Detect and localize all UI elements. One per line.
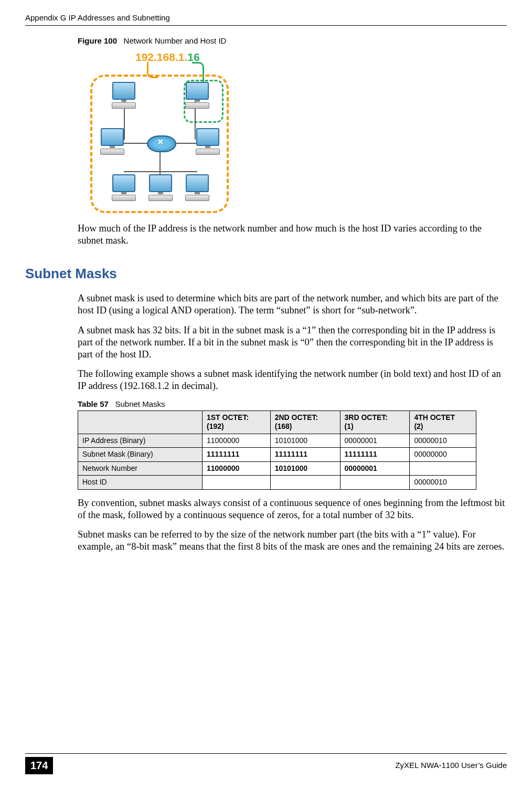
network-boundary (90, 75, 229, 213)
row-header-host: Host ID (78, 476, 203, 490)
figure-caption: Figure 100 Network Number and Host ID (78, 36, 507, 46)
table-cell: 11111111 (270, 448, 340, 462)
table-cell: 10101000 (270, 434, 340, 448)
pc-icon (148, 174, 173, 201)
table-cell: 00000010 (410, 434, 476, 448)
table-header-octet2: 2ND OCTET:(168) (270, 410, 340, 434)
footer-rule (25, 753, 507, 754)
guide-name: ZyXEL NWA-1100 User’s Guide (395, 761, 507, 771)
pc-icon (111, 82, 136, 108)
ip-address-label: 192.168.1.16 (135, 50, 200, 64)
table-cell: 11111111 (203, 448, 271, 462)
table-cell: 11111111 (340, 448, 410, 462)
ip-host-part: 16 (187, 51, 199, 63)
figure-title: Network Number and Host ID (124, 36, 227, 45)
pc-icon (111, 174, 136, 201)
header-rule (25, 25, 507, 26)
table-row: IP Address (Binary) 11000000 10101000 00… (78, 434, 476, 448)
running-header: Appendix G IP Addresses and Subnetting (25, 13, 507, 25)
net-link (124, 171, 197, 172)
pc-icon (195, 128, 220, 154)
table-cell: 11000000 (203, 461, 271, 476)
table-cell: 00000010 (410, 476, 476, 490)
paragraph-after-table-2: Subnet masks can be referred to by the s… (78, 529, 507, 553)
figure-label: Figure 100 (78, 36, 117, 45)
table-cell: 00000000 (410, 448, 476, 462)
table-title: Subnet Masks (115, 399, 165, 408)
table-cell (203, 476, 271, 490)
table-cell (270, 476, 340, 490)
pc-icon (185, 174, 210, 201)
table-cell (410, 461, 476, 476)
table-header-octet1: 1ST OCTET:(192) (203, 410, 271, 434)
paragraph-sm-1: A subnet mask is used to determine which… (78, 292, 507, 317)
page-footer: 174 ZyXEL NWA-1100 User’s Guide (25, 753, 507, 774)
page-number: 174 (25, 757, 53, 774)
row-header-net: Network Number (78, 461, 203, 476)
table-row: Host ID 00000010 (78, 476, 476, 490)
paragraph-after-table-1: By convention, subnet masks always consi… (78, 497, 507, 521)
paragraph-sm-2: A subnet mask has 32 bits. If a bit in t… (78, 324, 507, 361)
router-icon (147, 135, 176, 152)
network-figure: 192.168.1.16 (88, 50, 251, 213)
row-header-ip: IP Address (Binary) (78, 434, 203, 448)
pc-icon (100, 128, 125, 154)
paragraph-sm-3: The following example shows a subnet mas… (78, 368, 507, 392)
table-header-row: 1ST OCTET:(192) 2ND OCTET:(168) 3RD OCTE… (78, 410, 476, 434)
paragraph-after-figure: How much of the IP address is the networ… (78, 223, 507, 247)
table-header-octet3: 3RD OCTET:(1) (340, 410, 410, 434)
table-label: Table 57 (78, 399, 109, 408)
table-cell: 10101000 (270, 461, 340, 476)
table-cell (340, 476, 410, 490)
row-header-mask: Subnet Mask (Binary) (78, 448, 203, 462)
table-row: Network Number 11000000 10101000 0000000… (78, 461, 476, 476)
table-header-blank (78, 410, 203, 434)
table-caption: Table 57 Subnet Masks (78, 399, 507, 409)
ip-network-part: 192.168.1. (135, 51, 187, 63)
table-header-octet4: 4TH OCTET(2) (410, 410, 476, 434)
pc-icon (185, 82, 210, 108)
subnet-mask-table: 1ST OCTET:(192) 2ND OCTET:(168) 3RD OCTE… (78, 410, 476, 490)
table-cell: 00000001 (340, 461, 410, 476)
table-cell: 11000000 (203, 434, 271, 448)
section-heading-subnet-masks: Subnet Masks (25, 265, 507, 282)
table-row: Subnet Mask (Binary) 11111111 11111111 1… (78, 448, 476, 462)
table-cell: 00000001 (340, 434, 410, 448)
